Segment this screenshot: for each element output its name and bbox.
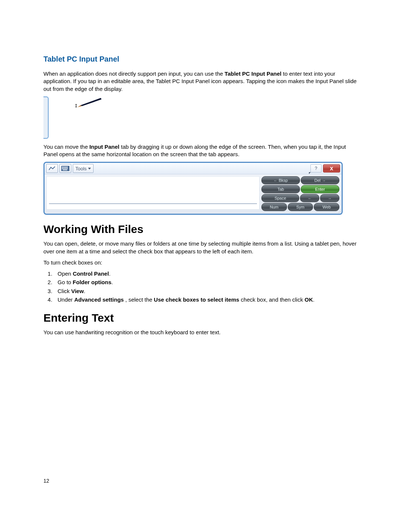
page-number: 12 [43,478,49,484]
svg-rect-7 [66,167,68,168]
text: Under [58,296,74,303]
key-label: Sym [296,205,304,209]
paragraph: When an application does not directly su… [43,70,358,93]
arrow-right-icon: → [328,196,332,200]
sym-key[interactable]: Sym [288,203,313,211]
handwriting-mode-button[interactable] [46,164,58,173]
close-button[interactable]: x [323,164,340,173]
key-label: Num [270,205,278,209]
svg-rect-9 [63,168,65,169]
tools-menu-button[interactable]: Tools [73,164,94,173]
text-bold: Advanced settings [74,296,125,303]
text: Click [58,288,71,294]
text: . [84,288,85,294]
svg-marker-0 [80,98,101,106]
key-label: Enter [315,187,325,191]
svg-rect-10 [65,168,66,169]
paragraph: You can open, delete, or move many files… [43,240,358,255]
section-tablet-pc-input-panel-title: Tablet PC Input Panel [43,55,358,63]
close-icon: x [330,165,333,172]
paragraph: You can use handwriting recognition or t… [43,329,358,336]
enter-key[interactable]: Enter [301,185,339,193]
text: . [313,296,314,303]
tools-label: Tools [75,166,87,171]
cursor-right-key[interactable]: → [320,194,339,202]
keyboard-mode-button[interactable] [59,164,71,173]
backspace-key[interactable]: ←Bksp [261,176,300,184]
text: . [109,270,110,277]
input-panel-edge-tab-icon [43,96,49,139]
key-label: Del [314,178,321,183]
key-label: Space [274,196,286,200]
text: , select the [125,296,154,303]
key-label: Bksp [279,178,288,183]
steps-list: Open Control Panel. Go to Folder options… [43,270,358,303]
cursor-left-key[interactable]: ← [300,194,319,202]
help-button[interactable]: ? [310,164,322,173]
text-bold: Use check boxes to select items [154,296,239,303]
arrow-right-icon: → [322,178,326,183]
help-label: ? [315,166,317,171]
text-bold: Tablet PC Input Panel [225,70,281,77]
text: Open [58,270,73,277]
list-item: Go to Folder options. [54,279,358,286]
pen-icon [75,97,101,106]
paragraph: You can move the Input Panel tab by drag… [43,143,358,158]
text: . [111,279,113,285]
tab-key[interactable]: Tab [261,185,300,193]
svg-rect-6 [65,167,66,168]
figure-edge-tab-and-pen [43,96,358,139]
text-bold: View [71,288,84,294]
arrow-left-icon: ← [274,178,277,183]
svg-marker-2 [75,104,77,107]
tablet-input-panel-window: Tools ? x ←Bksp Del→ Tab Enter Space ← [43,162,343,215]
text-bold: Input Panel [89,144,120,150]
section-entering-text-title: Entering Text [43,312,358,324]
svg-rect-12 [63,170,67,170]
svg-rect-8 [62,168,63,169]
handwriting-area[interactable] [46,176,260,210]
tip-keypad: ←Bksp Del→ Tab Enter Space ← → Num Sym W… [261,174,342,211]
text-bold: Control Panel [73,270,109,277]
space-key[interactable]: Space [261,194,299,202]
text: Go to [58,279,73,285]
list-item: Click View. [54,288,358,295]
arrow-left-icon: ← [308,196,312,200]
text: When an application does not directly su… [43,70,225,77]
chevron-down-icon [88,168,91,170]
svg-rect-5 [63,167,65,168]
text-bold: OK [304,296,313,303]
text: You can move the [43,144,89,150]
paragraph: To turn check boxes on: [43,259,358,266]
key-label: Tab [277,187,284,191]
key-label: Web [322,205,330,209]
text-bold: Folder options [73,279,111,285]
svg-rect-11 [66,168,68,169]
num-key[interactable]: Num [261,203,287,211]
list-item: Open Control Panel. [54,270,358,278]
tip-body: ←Bksp Del→ Tab Enter Space ← → Num Sym W… [45,174,342,211]
web-key[interactable]: Web [314,203,339,211]
list-item: Under Advanced settings , select the Use… [54,296,358,303]
text: check box, and then click [239,296,304,303]
delete-key[interactable]: Del→ [301,176,339,184]
svg-rect-4 [62,167,63,168]
tip-toolbar: Tools ? x [45,163,342,174]
section-working-with-files-title: Working With Files [43,223,358,236]
